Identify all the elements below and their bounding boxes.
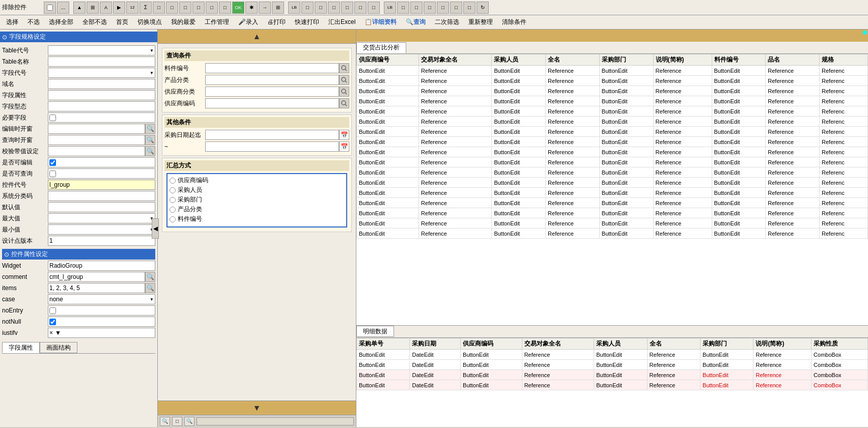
- cell-btn-edit[interactable]: ButtonEdit: [492, 198, 546, 208]
- comment-search-icon[interactable]: 🔍: [145, 272, 155, 282]
- cell-btn-edit[interactable]: ButtonEdit: [712, 137, 766, 147]
- toolbar-icon-27[interactable]: □: [450, 2, 462, 14]
- cell-reference[interactable]: Reference: [653, 106, 712, 117]
- cell-btn-edit-4[interactable]: ButtonEdit: [701, 360, 753, 370]
- cell-reference[interactable]: Reference: [766, 76, 820, 86]
- radio-circle-5[interactable]: [170, 216, 176, 222]
- cell-btn-edit[interactable]: ButtonEdit: [357, 167, 419, 178]
- cell-ref-2[interactable]: Reference: [647, 350, 700, 360]
- field-btn-supplier-code[interactable]: [339, 98, 349, 108]
- up-arrow-icon[interactable]: ▲: [253, 32, 261, 41]
- cell-reference[interactable]: Reference: [653, 86, 712, 96]
- menu-select-all[interactable]: 选择全部: [45, 17, 77, 27]
- menu-clear[interactable]: 清除条件: [498, 17, 530, 27]
- cell-reference[interactable]: Reference: [766, 218, 820, 229]
- cell-btn-edit[interactable]: Referenc: [820, 178, 868, 188]
- prop-val-domain[interactable]: [48, 79, 155, 89]
- queryable-checkbox[interactable]: [49, 170, 56, 177]
- cell-reference[interactable]: Reference: [766, 188, 820, 198]
- cell-reference[interactable]: Reference: [546, 86, 600, 96]
- widget-attr-header[interactable]: ⊙ 控件属性设定: [2, 249, 155, 260]
- cell-reference[interactable]: Reference: [419, 208, 492, 218]
- cell-btn-edit-2[interactable]: ButtonEdit: [461, 380, 522, 390]
- cell-reference[interactable]: Reference: [419, 198, 492, 208]
- cell-reference[interactable]: Reference: [546, 178, 600, 188]
- cell-btn-edit[interactable]: Referenc: [820, 157, 868, 167]
- radio-circle-2[interactable]: [170, 187, 176, 193]
- toolbar-icon-11[interactable]: □: [206, 2, 218, 14]
- cell-reference[interactable]: Reference: [766, 229, 820, 239]
- cell-btn-edit[interactable]: ButtonEdit: [712, 66, 766, 76]
- cell-btn-edit[interactable]: Referenc: [820, 188, 868, 198]
- cell-btn-edit-3[interactable]: ButtonEdit: [594, 350, 647, 360]
- prop-val-min[interactable]: ▼: [48, 224, 155, 235]
- zoom-icon[interactable]: 🔍: [160, 417, 170, 426]
- cell-reference[interactable]: Reference: [766, 86, 820, 96]
- cell-btn-edit[interactable]: ButtonEdit: [357, 106, 419, 117]
- prop-val-editable[interactable]: [48, 157, 155, 167]
- fit-icon[interactable]: □: [172, 417, 182, 426]
- prop-val-field-code[interactable]: ▼: [48, 68, 155, 78]
- toolbar-icon-6[interactable]: Σ: [139, 2, 152, 14]
- cell-btn-edit[interactable]: ButtonEdit: [599, 66, 653, 76]
- cell-btn-edit[interactable]: Referenc: [820, 117, 868, 127]
- cell-btn-edit[interactable]: ButtonEdit: [599, 137, 653, 147]
- cell-reference[interactable]: Reference: [419, 106, 492, 117]
- cell-reference[interactable]: Reference: [766, 137, 820, 147]
- cell-btn-edit[interactable]: ButtonEdit: [712, 96, 766, 106]
- down-arrow-icon[interactable]: ▼: [253, 404, 261, 413]
- bottom-table-container[interactable]: 采购单号 采购日期 供应商编码 交易对象全名 采购人员 全名 采购部门 说明(简…: [356, 338, 868, 427]
- cell-reference[interactable]: Reference: [653, 229, 712, 239]
- cell-reference[interactable]: Reference: [546, 127, 600, 137]
- cell-btn-edit[interactable]: ButtonEdit: [599, 198, 653, 208]
- cell-btn-edit[interactable]: ButtonEdit: [712, 229, 766, 239]
- cell-btn-edit[interactable]: ButtonEdit: [712, 147, 766, 157]
- cell-btn-edit[interactable]: ButtonEdit: [357, 117, 419, 127]
- menu-work[interactable]: 工作管理: [201, 17, 233, 27]
- cell-btn-edit[interactable]: ButtonEdit: [712, 117, 766, 127]
- cell-btn-edit[interactable]: ButtonEdit: [357, 137, 419, 147]
- cell-btn-edit[interactable]: ButtonEdit: [357, 229, 419, 239]
- cell-btn-edit[interactable]: ButtonEdit: [492, 188, 546, 198]
- cell-btn-edit[interactable]: ButtonEdit: [492, 106, 546, 117]
- field-btn-supplier-cat[interactable]: [339, 87, 349, 97]
- prop-val-field-type[interactable]: [48, 101, 155, 111]
- cell-date-edit[interactable]: DateEdit: [410, 380, 461, 390]
- cell-btn-edit[interactable]: ButtonEdit: [492, 137, 546, 147]
- cell-btn-edit[interactable]: ButtonEdit: [357, 157, 419, 167]
- radio-supplier-code[interactable]: 供应商编码: [170, 176, 344, 185]
- menu-query[interactable]: 🔍查询: [402, 17, 430, 27]
- cell-reference[interactable]: Reference: [546, 137, 600, 147]
- cell-reference[interactable]: Reference: [766, 106, 820, 117]
- menu-print[interactable]: 🖨打印: [263, 17, 290, 27]
- cell-reference[interactable]: Reference: [653, 96, 712, 106]
- cell-reference[interactable]: Reference: [546, 147, 600, 157]
- toolbar-icon-19[interactable]: □: [328, 2, 340, 14]
- toolbar-icon-13[interactable]: OK: [232, 2, 244, 14]
- cell-btn-edit[interactable]: ButtonEdit: [357, 127, 419, 137]
- cell-ref-2[interactable]: Reference: [647, 380, 700, 390]
- search-icon-2[interactable]: 🔍: [145, 135, 155, 145]
- cell-reference[interactable]: Reference: [546, 117, 600, 127]
- collapse-arrow-btn[interactable]: ◀: [152, 218, 159, 239]
- cell-btn-edit[interactable]: ButtonEdit: [357, 360, 410, 370]
- toolbar-checkbox[interactable]: [44, 2, 56, 14]
- cell-btn-edit-2[interactable]: ButtonEdit: [461, 350, 522, 360]
- cell-btn-edit-3[interactable]: ButtonEdit: [594, 380, 647, 390]
- toolbar-icon-rotate[interactable]: ↻: [477, 2, 489, 14]
- prop-val-noentry[interactable]: [48, 305, 155, 316]
- cell-btn-edit[interactable]: ButtonEdit: [492, 208, 546, 218]
- cell-reference[interactable]: Reference: [653, 178, 712, 188]
- cell-btn-edit[interactable]: ButtonEdit: [357, 86, 419, 96]
- toolbar-icon-10[interactable]: □: [192, 2, 205, 14]
- toolbar-icon-8[interactable]: □: [166, 2, 178, 14]
- cell-btn-edit[interactable]: ButtonEdit: [492, 66, 546, 76]
- cell-date-edit[interactable]: DateEdit: [410, 360, 461, 370]
- menu-select[interactable]: 选择: [2, 17, 22, 27]
- cell-reference[interactable]: Reference: [419, 157, 492, 167]
- items-search-icon[interactable]: 🔍: [145, 283, 155, 293]
- cell-btn-edit[interactable]: ButtonEdit: [599, 96, 653, 106]
- toolbar-icon-23[interactable]: □: [397, 2, 409, 14]
- noentry-checkbox[interactable]: [49, 307, 56, 314]
- cell-btn-edit[interactable]: Referenc: [820, 106, 868, 117]
